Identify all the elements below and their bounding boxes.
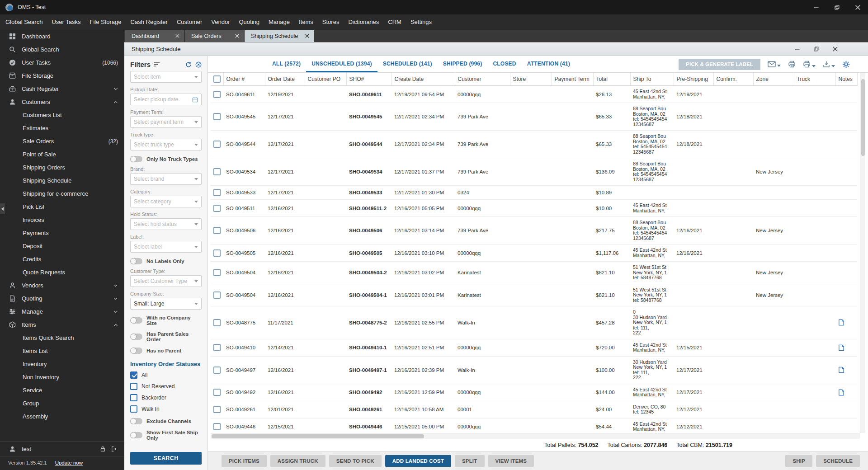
- sidebar-item-file-storage[interactable]: File Storage: [0, 69, 124, 82]
- column-header-notes[interactable]: Notes: [835, 73, 857, 86]
- order-number-link[interactable]: SO-0049505: [223, 244, 265, 262]
- checkbox[interactable]: [130, 383, 137, 390]
- order-number-link[interactable]: SO-0049492: [223, 384, 265, 401]
- menu-customer[interactable]: Customer: [172, 14, 207, 30]
- column-header-store[interactable]: Store: [510, 73, 552, 86]
- row-checkbox[interactable]: [213, 141, 221, 148]
- row-checkbox[interactable]: [213, 367, 221, 374]
- sidebar-item-customers-list[interactable]: Customers List: [0, 108, 124, 122]
- sho-number-link[interactable]: SHO-0049506: [346, 217, 392, 244]
- sho-number-link[interactable]: SHO-0049534: [346, 158, 392, 186]
- pick-generate-label-button[interactable]: PICK & GENERATE LABEL: [679, 59, 760, 70]
- filter-select-customer-type[interactable]: Select Customer Type: [130, 275, 202, 287]
- filter-select-payment-term[interactable]: Select payment term: [130, 116, 202, 128]
- menu-vendor[interactable]: Vendor: [207, 14, 234, 30]
- toggle-switch[interactable]: [130, 156, 142, 162]
- row-select-cell[interactable]: [211, 384, 223, 401]
- order-number-link[interactable]: SO-0049534: [223, 158, 265, 186]
- sidebar-item-cash-register[interactable]: $Cash Register: [0, 82, 124, 95]
- filter-checkbox-all[interactable]: All: [130, 371, 202, 379]
- sidebar-item-items[interactable]: Items: [0, 318, 124, 331]
- doc-tab-dashboard[interactable]: Dashboard: [125, 30, 184, 42]
- table-row[interactable]: SO-004949712/16/2021SHO-0049497-112/16/2…: [211, 356, 857, 384]
- order-number-link[interactable]: SO-0049506: [223, 217, 265, 244]
- sho-number-link[interactable]: SHO-0049545: [346, 103, 392, 131]
- filter-toggle-show-first-sale-ship-only[interactable]: Show First Sale Ship Only: [130, 430, 202, 441]
- close-button[interactable]: [847, 0, 868, 14]
- column-header-truck[interactable]: Truck: [794, 73, 835, 86]
- row-checkbox[interactable]: [213, 91, 221, 98]
- row-checkbox[interactable]: [213, 113, 221, 120]
- sho-number-link[interactable]: SHO-0049511-2: [346, 200, 392, 217]
- table-row[interactable]: SO-004941012/14/2021SHO-0049410-112/16/2…: [211, 339, 857, 356]
- table-row[interactable]: SO-004950612/16/2021SHO-004950612/16/202…: [211, 217, 857, 244]
- sidebar-item-global-search[interactable]: Global Search: [0, 43, 124, 56]
- tab-close-icon[interactable]: [305, 34, 309, 38]
- toggle-switch[interactable]: [130, 258, 142, 264]
- sidebar-item-manage[interactable]: Manage: [0, 305, 124, 318]
- sidebar-item-customers[interactable]: Customers: [0, 95, 124, 108]
- column-header-confirm[interactable]: Confirm.: [713, 73, 753, 86]
- row-checkbox[interactable]: [213, 389, 221, 396]
- doc-tab-shipping-schedule[interactable]: Shipping Schedule: [245, 30, 314, 42]
- row-select-cell[interactable]: [211, 217, 223, 244]
- order-number-link[interactable]: SO-0049544: [223, 131, 265, 158]
- menu-dictionaries[interactable]: Dictionaries: [344, 14, 383, 30]
- sidebar-item-user-tasks[interactable]: User Tasks(1066): [0, 56, 124, 69]
- row-checkbox[interactable]: [213, 344, 221, 351]
- sidebar-item-vendors[interactable]: Vendors: [0, 279, 124, 292]
- column-header-create-date[interactable]: Create Date: [392, 73, 455, 86]
- menu-quoting[interactable]: Quoting: [234, 14, 264, 30]
- menu-user-tasks[interactable]: User Tasks: [47, 14, 85, 30]
- table-row[interactable]: SO-004961112/19/2021SHO-004961112/19/202…: [211, 86, 857, 103]
- row-select-cell[interactable]: [211, 186, 223, 200]
- row-select-cell[interactable]: [211, 86, 223, 103]
- filter-select-hold-status[interactable]: Select hold status: [130, 218, 202, 230]
- table-row[interactable]: SO-004950512/16/2021SHO-004950512/16/202…: [211, 244, 857, 262]
- clear-filters-icon[interactable]: [195, 61, 202, 68]
- toggle-switch[interactable]: [130, 432, 142, 438]
- order-number-link[interactable]: SO-0048775: [223, 306, 265, 339]
- filter-sort-icon[interactable]: [154, 62, 160, 67]
- filter-select-truck-type[interactable]: Select truck type: [130, 139, 202, 150]
- minimize-button[interactable]: [806, 0, 826, 14]
- order-number-link[interactable]: SO-0049511: [223, 200, 265, 217]
- row-checkbox[interactable]: [213, 269, 221, 276]
- tab-close-icon[interactable]: [175, 34, 179, 38]
- row-select-cell[interactable]: [211, 284, 223, 306]
- horizontal-scrollbar[interactable]: [211, 433, 860, 439]
- vertical-scrollbar-thumb[interactable]: [861, 79, 865, 156]
- printer-icon[interactable]: [803, 61, 816, 68]
- column-header-customer-po[interactable]: Customer PO: [305, 73, 346, 86]
- filter-checkbox-walk-in[interactable]: Walk In: [130, 405, 202, 413]
- filter-select-pickup-date[interactable]: Select pickup date: [130, 94, 202, 105]
- checkbox[interactable]: [130, 405, 137, 413]
- checkbox[interactable]: [130, 371, 137, 379]
- filter-select-select-item[interactable]: Select item: [130, 71, 202, 83]
- filter-toggle-has-parent-sales-order[interactable]: Has Parent Sales Order: [130, 331, 202, 342]
- mail-icon[interactable]: [768, 61, 781, 67]
- sidebar-item-invoices[interactable]: Invoices: [0, 213, 124, 226]
- status-tab-attention-41[interactable]: ATTENTION (41): [522, 56, 576, 72]
- sho-number-link[interactable]: SHO-0049544: [346, 131, 392, 158]
- sho-number-link[interactable]: SHO-0049505: [346, 244, 392, 262]
- sidebar-item-non-inventory[interactable]: Non Inventory: [0, 371, 124, 384]
- row-checkbox[interactable]: [213, 406, 221, 413]
- status-tab-shipped-996[interactable]: SHIPPED (996): [438, 56, 488, 72]
- row-select-cell[interactable]: [211, 131, 223, 158]
- action-split[interactable]: SPLIT: [455, 455, 485, 467]
- inner-minimize-button[interactable]: [788, 42, 807, 56]
- settings-gear-icon[interactable]: [842, 61, 850, 68]
- menu-stores[interactable]: Stores: [318, 14, 344, 30]
- sidebar-item-deposit[interactable]: Deposit: [0, 240, 124, 253]
- sidebar-item-inventory[interactable]: Inventory: [0, 357, 124, 371]
- order-number-link[interactable]: SO-0049504: [223, 262, 265, 284]
- sho-number-link[interactable]: SHO-0049504-2: [346, 262, 392, 284]
- toggle-switch[interactable]: [130, 334, 142, 340]
- row-select-cell[interactable]: [211, 401, 223, 418]
- status-tab-all-2572[interactable]: ALL (2572): [267, 56, 306, 72]
- row-checkbox[interactable]: [213, 189, 221, 196]
- order-number-link[interactable]: SO-0049261: [223, 401, 265, 418]
- table-row[interactable]: SO-004954412/17/2021SHO-004954412/17/202…: [211, 131, 857, 158]
- select-all-checkbox[interactable]: [213, 75, 221, 83]
